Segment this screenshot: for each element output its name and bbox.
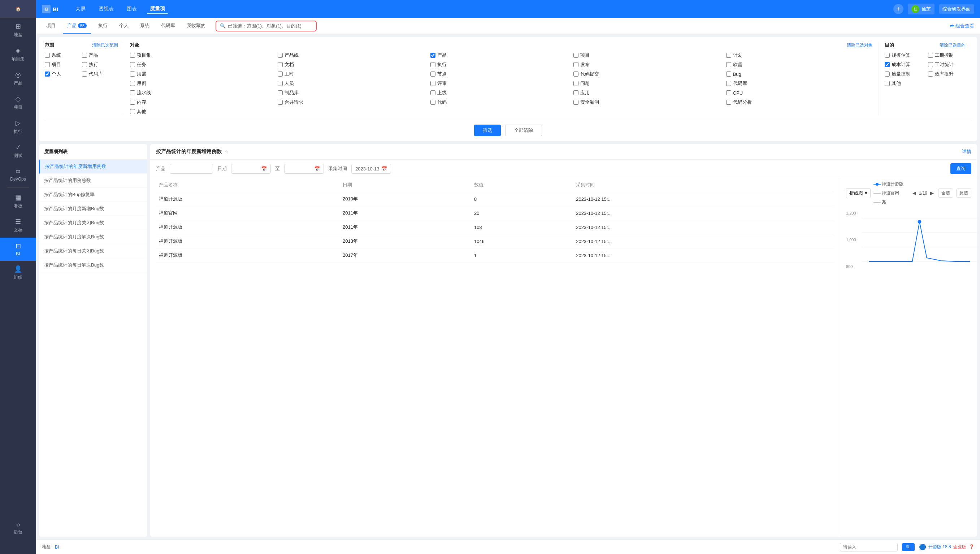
topnav-transparent[interactable]: 透视表 (96, 4, 117, 14)
obj-code-commit[interactable]: 代码提交 (573, 71, 720, 77)
tab-codebase[interactable]: 代码库 (157, 18, 180, 33)
obj-doc[interactable]: 文档 (278, 61, 424, 68)
sidebar-item-kanban[interactable]: ▦ 看板 (0, 189, 36, 213)
query-button[interactable]: 查询 (950, 163, 971, 174)
obj-security[interactable]: 安全漏洞 (573, 99, 720, 105)
topnav-bigscreen[interactable]: 大屏 (73, 4, 89, 14)
scope-personal-check[interactable]: 个人 (45, 71, 76, 77)
clear-object-button[interactable]: 清除已选对象 (847, 42, 873, 48)
tab-project[interactable]: 项目 (42, 18, 60, 33)
obj-app[interactable]: 应用 (573, 89, 720, 96)
list-item-1[interactable]: 按产品统计的年度新增用例数 (39, 160, 147, 174)
obj-memory[interactable]: 内存 (130, 99, 272, 105)
obj-plan[interactable]: 计划 (726, 52, 873, 59)
list-item-4[interactable]: 按产品统计的月度新增Bug数 (39, 202, 147, 216)
topnav-metrics[interactable]: 度量项 (147, 4, 168, 14)
obj-bug[interactable]: Bug (726, 71, 873, 77)
user-menu[interactable]: 仙 仙芝 (908, 3, 934, 14)
obj-release[interactable]: 发布 (573, 61, 720, 68)
add-button[interactable]: + (893, 4, 904, 14)
tab-favorites[interactable]: 我收藏的 (182, 18, 210, 33)
obj-issue[interactable]: 问题 (573, 80, 720, 87)
scope-project-check[interactable]: 项目 (45, 61, 76, 68)
scope-execute-check[interactable]: 执行 (82, 61, 118, 68)
obj-codebase[interactable]: 代码库 (726, 80, 873, 87)
obj-code[interactable]: 代码 (430, 99, 568, 105)
goal-cost[interactable]: 成本计算 (885, 61, 922, 68)
bottom-search-button[interactable]: 🔍 (902, 543, 915, 551)
scope-product-check[interactable]: 产品 (82, 52, 118, 59)
sidebar-item-devops[interactable]: ∞ DevOps (0, 163, 36, 186)
tab-system[interactable]: 系统 (136, 18, 154, 33)
obj-productlib[interactable]: 制品库 (278, 89, 424, 96)
obj-code-analysis[interactable]: 代码分析 (726, 99, 873, 105)
collect-time-input[interactable]: 2023-10-13 📅 (352, 164, 391, 174)
obj-projectset[interactable]: 项目集 (130, 52, 272, 59)
obj-task[interactable]: 任务 (130, 61, 272, 68)
sidebar-item-docs[interactable]: ☰ 文档 (0, 213, 36, 238)
sidebar-item-projects[interactable]: ◈ 项目集 (0, 42, 36, 67)
scope-system-check[interactable]: 系统 (45, 52, 76, 59)
goal-worktime[interactable]: 工时统计 (928, 61, 966, 68)
date-to-input[interactable]: 📅 (284, 164, 324, 174)
obj-review[interactable]: 评审 (430, 80, 568, 87)
obj-merge[interactable]: 合并请求 (278, 99, 424, 105)
clear-scope-button[interactable]: 清除已选范围 (92, 42, 118, 48)
prev-page-button[interactable]: ◀ (911, 189, 918, 196)
sidebar-item-dashboard[interactable]: ⊞ 地盘 (0, 18, 36, 42)
sidebar-item-org[interactable]: 👤 组织 (0, 261, 36, 285)
next-page-button[interactable]: ▶ (929, 189, 935, 196)
obj-productline[interactable]: 产品线 (278, 52, 424, 59)
obj-online[interactable]: 上线 (430, 89, 568, 96)
goal-schedule[interactable]: 工期控制 (928, 52, 966, 59)
tab-product[interactable]: 产品 55 (63, 18, 91, 33)
filter-button[interactable]: 筛选 (474, 124, 501, 136)
list-item-3[interactable]: 按产品统计的Bug修复率 (39, 188, 147, 202)
select-all-button[interactable]: 全选 (938, 188, 953, 197)
sidebar-item-backend[interactable]: ⚙ 后台 (0, 518, 36, 540)
obj-people[interactable]: 人员 (278, 80, 424, 87)
obj-execute[interactable]: 执行 (430, 61, 568, 68)
workspace-selector[interactable]: 综合研发界面 (939, 4, 974, 14)
filter-search-bar[interactable]: 🔍 已筛选：范围(1)、对象(1)、目的(1) (216, 21, 317, 32)
bi-link[interactable]: BI (55, 544, 59, 550)
tab-execute[interactable]: 执行 (94, 18, 112, 33)
obj-product[interactable]: 产品 (430, 52, 568, 59)
list-item-6[interactable]: 按产品统计的月度解决Bug数 (39, 230, 147, 244)
list-item-8[interactable]: 按产品统计的每日解决Bug数 (39, 258, 147, 272)
obj-other[interactable]: 其他 (130, 108, 272, 115)
topnav-chart[interactable]: 图表 (124, 4, 140, 14)
obj-node[interactable]: 节点 (430, 71, 568, 77)
obj-usecase[interactable]: 用例 (130, 80, 272, 87)
sidebar-item-project[interactable]: ◇ 项目 (0, 91, 36, 115)
list-item-2[interactable]: 按产品统计的用例总数 (39, 174, 147, 188)
goal-other[interactable]: 其他 (885, 80, 922, 87)
goal-efficiency[interactable]: 效率提升 (928, 71, 966, 77)
obj-pipeline[interactable]: 流水线 (130, 89, 272, 96)
deselect-button[interactable]: 反选 (956, 188, 971, 197)
tab-personal[interactable]: 个人 (115, 18, 133, 33)
home-link[interactable]: 地盘 (42, 544, 51, 550)
clear-all-button[interactable]: 全部清除 (505, 124, 542, 136)
chart-type-selector[interactable]: 折线图 ▾ (846, 188, 870, 198)
sidebar-item-execute[interactable]: ▷ 执行 (0, 115, 36, 139)
star-button[interactable]: ☆ (224, 149, 229, 154)
sidebar-item-bi[interactable]: ⊟ BI (0, 238, 36, 261)
combine-view-button[interactable]: ⇌ 组合查看 (950, 23, 974, 29)
obj-softneed[interactable]: 软需 (726, 61, 873, 68)
detail-more-button[interactable]: 详情 (962, 148, 971, 155)
sidebar-item-product[interactable]: ◎ 产品 (0, 67, 36, 91)
search-input[interactable] (840, 543, 898, 551)
date-from-input[interactable]: 📅 (231, 164, 271, 174)
obj-cpu[interactable]: CPU (726, 89, 873, 96)
list-item-7[interactable]: 按产品统计的每日关闭Bug数 (39, 244, 147, 258)
obj-worktime[interactable]: 工时 (278, 71, 424, 77)
sidebar-item-test[interactable]: ✓ 测试 (0, 139, 36, 163)
goal-quality[interactable]: 质量控制 (885, 71, 922, 77)
clear-goal-button[interactable]: 清除已选目的 (940, 42, 966, 48)
list-item-5[interactable]: 按产品统计的月度关闭Bug数 (39, 216, 147, 230)
obj-need[interactable]: 用需 (130, 71, 272, 77)
scope-codebase-check[interactable]: 代码库 (82, 71, 118, 77)
obj-project[interactable]: 项目 (573, 52, 720, 59)
goal-scale[interactable]: 规模估算 (885, 52, 922, 59)
